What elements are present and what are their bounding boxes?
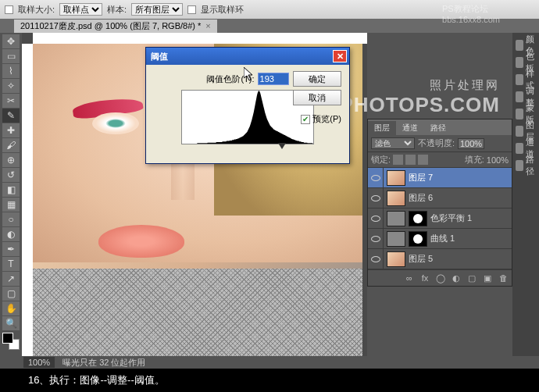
layer-name: 色彩平衡 1 [430,212,472,224]
trash-icon[interactable]: 🗑 [498,273,509,283]
dialog-titlebar[interactable]: 阈值 ✕ [146,48,349,65]
folder-icon[interactable]: ▢ [466,273,477,283]
eyedropper-tool[interactable]: ✎ [2,109,20,123]
eye-icon [371,256,380,262]
shape-tool[interactable]: ▢ [2,287,20,301]
lock-all-icon[interactable] [418,155,428,165]
eye-icon [371,216,380,222]
layer-mask-thumb [409,211,427,226]
layers-panel: 图层 通道 路径 滤色 不透明度: 100% 锁定: 填充: [367,119,512,287]
dock-icon [516,126,523,137]
layer-name: 曲线 1 [430,233,455,244]
sample-select[interactable]: 所有图层 [131,3,183,16]
eraser-tool[interactable]: ◧ [2,183,20,197]
layer-row[interactable]: 图层 6 [368,188,512,208]
layer-row[interactable]: 图层 7 [368,168,512,188]
dodge-tool[interactable]: ◐ [2,227,20,241]
eye-icon [371,195,380,201]
lock-pixels-icon[interactable] [393,155,403,165]
visibility-toggle[interactable] [368,229,384,248]
tutorial-caption: 16、执行：图像--调整--阈值。 [0,369,539,392]
slider-thumb-icon[interactable] [278,143,286,149]
blur-tool[interactable]: ○ [2,212,20,226]
history-brush-tool[interactable]: ↺ [2,168,20,182]
path-tool[interactable]: ↗ [2,272,20,286]
layer-name: 图层 5 [409,253,433,265]
tolerance-select[interactable]: 取样点 [59,3,102,16]
tab-paths[interactable]: 路径 [424,121,452,135]
ring-check[interactable] [187,5,196,14]
layer-thumb [387,211,405,226]
dock-icon [516,160,523,171]
tolerance-label: 取样大小: [18,4,55,16]
fill-value[interactable]: 100% [487,155,509,165]
ok-button[interactable]: 确定 [293,71,341,87]
blend-mode-select[interactable]: 滤色 [371,137,415,149]
type-tool[interactable]: T [2,257,20,271]
status-bar: 100% 曝光只在 32 位起作用 [0,356,539,369]
document-tab[interactable]: 20110217磨皮.psd @ 100% (图层 7, RGB/8#) * × [14,20,217,33]
lasso-tool[interactable]: ⌇ [2,64,20,78]
heal-tool[interactable]: ✚ [2,123,20,137]
link-icon[interactable]: ∞ [404,273,415,283]
new-layer-icon[interactable]: ▣ [482,273,493,283]
opacity-value[interactable]: 100% [458,138,484,149]
brush-tool[interactable]: 🖌 [2,138,20,152]
sample-check[interactable] [5,5,13,14]
mask-icon[interactable]: ◯ [435,273,446,283]
visibility-toggle[interactable] [368,208,384,228]
fx-icon[interactable]: fx [419,273,430,283]
lock-label: 锁定: [371,154,391,166]
wand-tool[interactable]: ✧ [2,79,20,93]
stamp-tool[interactable]: ⊕ [2,153,20,167]
layer-row[interactable]: 曲线 1 [368,229,512,249]
visibility-toggle[interactable] [368,249,384,269]
zoom-tool[interactable]: 🔍 [2,316,20,330]
eye-icon [371,175,380,181]
threshold-dialog: 阈值 ✕ 阈值色阶(T): 确定 取消 ✔ 预览(P) [145,47,350,164]
threshold-input[interactable] [258,73,289,85]
adjustment-icon[interactable]: ◐ [451,273,462,283]
layer-thumb [387,191,405,206]
dock-icon [516,91,523,102]
color-swatch[interactable] [2,333,20,350]
threshold-slider[interactable] [181,144,314,152]
layer-row[interactable]: 图层 5 [368,249,512,269]
marquee-tool[interactable]: ▭ [2,49,20,63]
toolbox: ✥ ▭ ⌇ ✧ ✂ ✎ ✚ 🖌 ⊕ ↺ ◧ ▦ ○ ◐ ✒ T ↗ ▢ ✋ 🔍 [0,33,22,356]
cancel-button[interactable]: 取消 [293,90,341,105]
close-icon[interactable]: ✕ [333,50,347,62]
preview-label: 预览(P) [312,113,341,125]
ring-label: 显示取样环 [201,4,244,16]
layer-row[interactable]: 色彩平衡 1 [368,208,512,229]
tab-channels[interactable]: 通道 [396,121,424,135]
visibility-toggle[interactable] [368,168,384,187]
hand-tool[interactable]: ✋ [2,301,20,315]
close-icon[interactable]: × [205,21,210,30]
tab-layers[interactable]: 图层 [368,121,396,135]
sample-label: 样本: [107,4,127,16]
pen-tool[interactable]: ✒ [2,242,20,256]
opacity-label: 不透明度: [418,137,455,149]
gradient-tool[interactable]: ▦ [2,198,20,212]
watermark-top: PS教程论坛 bbs.16xx8.com [442,3,500,24]
dialog-title: 阈值 [151,51,168,62]
ruler-horizontal [33,33,367,44]
dock-icon [516,109,523,119]
threshold-label: 阈值色阶(T): [206,73,254,85]
visibility-toggle[interactable] [368,188,384,208]
status-info: 曝光只在 32 位起作用 [62,357,145,369]
zoom-value[interactable]: 100% [23,357,55,368]
layer-list: 图层 7图层 6色彩平衡 1曲线 1图层 5 [368,168,512,269]
preview-checkbox[interactable]: ✔ [301,115,310,124]
layer-mask-thumb [409,231,427,247]
eye-icon [371,236,380,242]
crop-tool[interactable]: ✂ [2,94,20,108]
lock-position-icon[interactable] [405,155,416,165]
panel-dock: 颜色色板样式调整蒙版图层通道路径 [512,33,539,356]
move-tool[interactable]: ✥ [2,34,20,48]
dock-icon [516,57,523,68]
dock-icon [516,74,523,85]
dock-item[interactable]: 路径 [514,158,537,173]
layer-thumb [387,231,405,247]
